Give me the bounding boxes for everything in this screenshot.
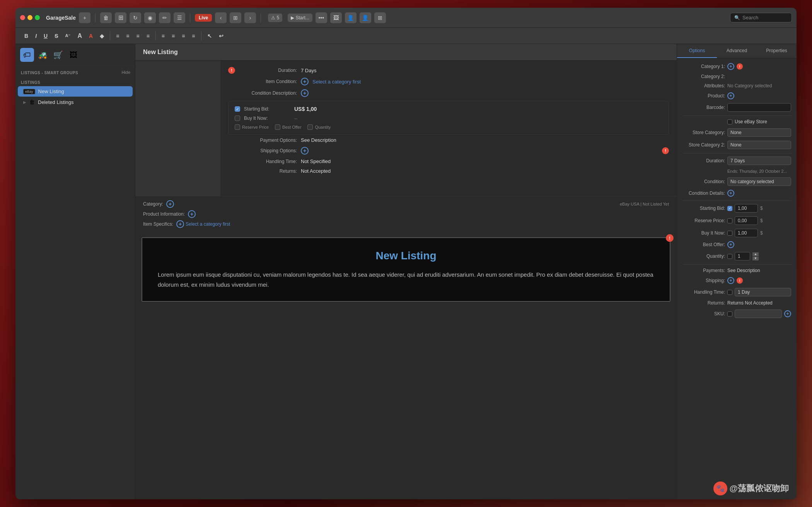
- more-button[interactable]: •••: [316, 12, 327, 23]
- font-button[interactable]: A: [75, 31, 85, 41]
- close-button[interactable]: [20, 15, 25, 20]
- image-button[interactable]: 🖼: [330, 12, 342, 23]
- rp-reserve-price-checkbox[interactable]: [727, 218, 732, 223]
- condition-description-label: Condition Description:: [239, 90, 297, 96]
- maximize-button[interactable]: [35, 15, 40, 20]
- list-unordered-button[interactable]: ≡: [169, 32, 177, 40]
- underline-button[interactable]: U: [41, 32, 50, 40]
- rp-starting-bid-checkbox[interactable]: [727, 206, 732, 211]
- tab-advanced[interactable]: Advanced: [717, 44, 757, 58]
- rp-handling-time-select[interactable]: 1 Day: [735, 288, 791, 296]
- fill-button[interactable]: ◆: [97, 32, 107, 40]
- rp-product-add-button[interactable]: +: [727, 92, 734, 99]
- sidebar-icon-listings[interactable]: 🏷: [20, 48, 34, 62]
- rp-reserve-price-input[interactable]: [735, 216, 758, 225]
- minimize-button[interactable]: [27, 15, 32, 20]
- rp-handling-time-checkbox[interactable]: [727, 290, 732, 295]
- indent-left-button[interactable]: ≡: [179, 32, 188, 40]
- color-button[interactable]: A: [86, 32, 96, 40]
- duplicate-button[interactable]: ⊞: [115, 12, 126, 23]
- undo-button[interactable]: ↩: [216, 32, 226, 40]
- user2-button[interactable]: 👤: [360, 12, 371, 23]
- rp-barcode-input[interactable]: [727, 103, 791, 112]
- delete-button[interactable]: 🗑: [100, 12, 112, 23]
- search-icon: 🔍: [734, 15, 740, 20]
- best-offer-checkbox-item[interactable]: Best Offer: [275, 124, 301, 130]
- quantity-down-button[interactable]: ▼: [752, 257, 759, 260]
- rp-quantity-checkbox[interactable]: [727, 254, 732, 259]
- toggle-button[interactable]: ◉: [144, 12, 156, 23]
- quantity-checkbox[interactable]: [307, 124, 313, 130]
- rp-starting-bid-row: Starting Bid: $: [682, 204, 791, 213]
- hide-button[interactable]: Hide: [121, 70, 135, 75]
- rp-sku-checkbox[interactable]: [727, 311, 732, 316]
- rp-store-category2-select[interactable]: None: [727, 141, 791, 149]
- rp-best-offer-add-button[interactable]: +: [727, 241, 734, 248]
- sidebar-icon-templates[interactable]: 🚜: [36, 48, 49, 62]
- tab-properties[interactable]: Properties: [757, 44, 797, 58]
- rp-condition-details-add-button[interactable]: +: [727, 190, 734, 197]
- prev-button[interactable]: ‹: [215, 12, 227, 23]
- add-button[interactable]: +: [79, 12, 90, 23]
- italic-button[interactable]: I: [32, 32, 39, 40]
- reserve-price-checkbox-item[interactable]: Reserve Price: [235, 124, 269, 130]
- shipping-options-add-button[interactable]: +: [301, 147, 309, 155]
- rp-sku-select[interactable]: [735, 310, 782, 318]
- quantity-up-button[interactable]: ▲: [752, 252, 759, 256]
- rp-ebay-store-checkbox[interactable]: [727, 119, 732, 124]
- item-specifics-add-button[interactable]: +: [176, 220, 184, 228]
- rp-shipping-row: Shipping: + !: [682, 277, 791, 284]
- title-bar: GarageSale + 🗑 ⊞ ↻ ◉ ✏ ☰ Live ‹ ⊞ › ⚠ 5 …: [15, 8, 797, 28]
- quantity-checkbox-item[interactable]: Quantity: [307, 124, 331, 130]
- rp-quantity-input[interactable]: [735, 252, 750, 260]
- rp-condition-select[interactable]: No category selected: [727, 177, 791, 186]
- strikethrough-button[interactable]: S: [52, 32, 61, 40]
- product-info-add-button[interactable]: +: [188, 210, 196, 218]
- item-condition-value[interactable]: Select a category first: [312, 79, 361, 85]
- sidebar-item-deleted-listings[interactable]: ▶ 🗑 Deleted Listings: [18, 97, 133, 107]
- grid-button[interactable]: ⊞: [230, 12, 241, 23]
- rp-starting-bid-input[interactable]: [735, 204, 758, 213]
- best-offer-checkbox[interactable]: [275, 124, 280, 130]
- sidebar-item-new-listing[interactable]: eBay New Listing: [18, 86, 133, 97]
- align-right-button[interactable]: ≡: [133, 32, 142, 40]
- buy-it-now-checkbox[interactable]: [235, 116, 240, 121]
- size-decrease-button[interactable]: A⁻: [62, 32, 73, 39]
- refresh-button[interactable]: ↻: [130, 12, 141, 23]
- list-ordered-button[interactable]: ≡: [159, 32, 167, 40]
- item-condition-add-button[interactable]: +: [301, 78, 309, 85]
- rp-duration-select[interactable]: 7 Days: [727, 157, 791, 165]
- rp-sku-add-button[interactable]: +: [784, 310, 791, 317]
- view-toggle-button[interactable]: ⊞: [374, 12, 386, 23]
- buy-it-now-label: Buy It Now:: [244, 116, 290, 121]
- user1-button[interactable]: 👤: [345, 12, 357, 23]
- search-box[interactable]: 🔍 Search: [730, 13, 792, 22]
- rp-divider-4: [682, 264, 791, 265]
- starting-bid-checkbox[interactable]: [235, 106, 240, 112]
- rp-category1-add-button[interactable]: +: [727, 63, 734, 70]
- align-center-button[interactable]: ≡: [123, 32, 132, 40]
- rp-shipping-add-button[interactable]: +: [727, 277, 734, 284]
- category-add-button[interactable]: +: [166, 200, 174, 208]
- rp-buy-it-now-checkbox[interactable]: [727, 231, 732, 236]
- sidebar-icon-images[interactable]: 🖼: [67, 48, 80, 62]
- quantity-stepper[interactable]: ▲ ▼: [752, 252, 759, 260]
- indent-right-button[interactable]: ≡: [189, 32, 198, 40]
- condition-description-add-button[interactable]: +: [301, 89, 309, 97]
- edit-button[interactable]: ✏: [159, 12, 171, 23]
- list-view-button[interactable]: ☰: [174, 12, 185, 23]
- align-left-button[interactable]: ≡: [113, 32, 122, 40]
- next-button[interactable]: ›: [244, 12, 256, 23]
- sidebar-icon-cart[interactable]: 🛒: [51, 48, 65, 62]
- rp-returns-value: Returns Not Accepted: [727, 300, 791, 306]
- rp-buy-it-now-input[interactable]: [735, 229, 758, 237]
- tab-options[interactable]: Options: [677, 44, 717, 58]
- start-button[interactable]: ▶ Start...: [288, 14, 312, 22]
- rp-store-category-select[interactable]: None: [727, 128, 791, 137]
- cursor-button[interactable]: ↖: [205, 32, 215, 40]
- alert-button[interactable]: ⚠ 5: [268, 14, 282, 22]
- item-specifics-value[interactable]: Select a category first: [186, 221, 230, 227]
- justify-button[interactable]: ≡: [144, 32, 152, 40]
- bold-button[interactable]: B: [22, 32, 31, 40]
- reserve-price-checkbox[interactable]: [235, 124, 240, 130]
